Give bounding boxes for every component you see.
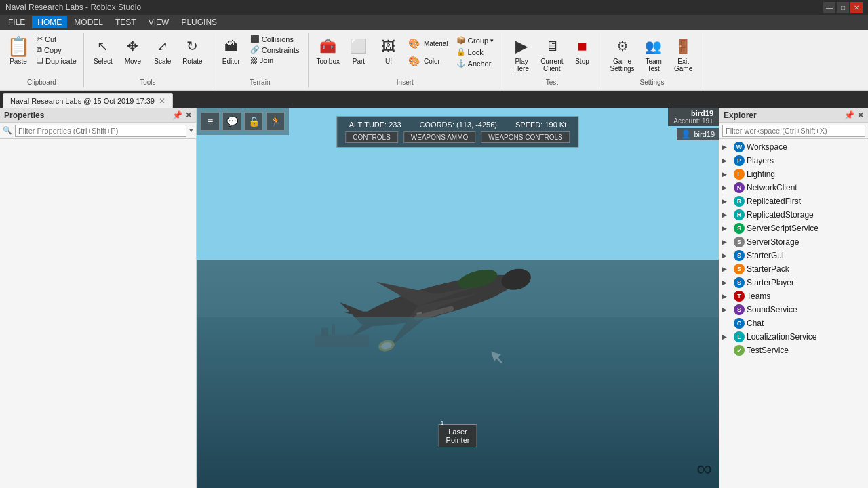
tree-localizationservice[interactable]: ▶ L LocalizationService bbox=[719, 330, 868, 344]
part-button[interactable]: ⬜ Part bbox=[345, 34, 372, 66]
tree-starterpack-arrow: ▶ bbox=[722, 266, 732, 272]
filter-dropdown-icon[interactable]: ▾ bbox=[189, 126, 193, 135]
filter-properties-input[interactable] bbox=[15, 125, 186, 137]
paste-button[interactable]: 📋 Paste bbox=[4, 34, 33, 77]
toolbox-icon: 🧰 bbox=[317, 35, 339, 57]
ribbon: 📋 Paste ✂ Cut ⧉ Copy ❏ Duplicate Clipboa… bbox=[0, 30, 868, 91]
menu-test[interactable]: TEST bbox=[110, 16, 142, 28]
explorer-title: Explorer bbox=[724, 110, 757, 120]
tree-startergui[interactable]: ▶ S StarterGui bbox=[719, 249, 868, 262]
player-avatar-row: 👤 bird19 bbox=[677, 128, 719, 140]
viewport[interactable]: bird19 Account: 19+ 👤 bird19 ≡ 💬 🔒 🏃 ALT… bbox=[197, 108, 719, 488]
tree-serverstorage[interactable]: ▶ S ServerStorage bbox=[719, 235, 868, 249]
color-button[interactable]: 🎨 Color bbox=[405, 53, 451, 69]
tree-starterpack[interactable]: ▶ S StarterPack bbox=[719, 262, 868, 276]
tab-main[interactable]: Naval Research Labs @ 15 Oct 2019 17:39 … bbox=[3, 93, 173, 108]
soundservice-label: SoundService bbox=[747, 305, 797, 314]
tab-close-button[interactable]: ✕ bbox=[159, 96, 165, 106]
editor-button[interactable]: 🏔 Editor bbox=[218, 34, 245, 66]
game-chat-button[interactable]: 💬 bbox=[222, 112, 241, 131]
scale-button[interactable]: ⤢ Scale bbox=[149, 34, 176, 66]
tab-label: Naval Research Labs @ 15 Oct 2019 17:39 bbox=[10, 97, 155, 105]
game-players-button[interactable]: 🔒 bbox=[244, 112, 263, 131]
tree-players[interactable]: ▶ P Players bbox=[719, 154, 868, 167]
tree-replicatedfirst[interactable]: ▶ R ReplicatedFirst bbox=[719, 195, 868, 208]
tree-soundservice[interactable]: ▶ S SoundService bbox=[719, 303, 868, 317]
insert-section-label: Insert bbox=[397, 79, 414, 86]
anchor-button[interactable]: ⚓ Anchor bbox=[454, 58, 497, 68]
hud-overlay: ALTITUDE: 233 COORDS: (113, -4256) SPEED… bbox=[336, 116, 578, 148]
toolbox-button[interactable]: 🧰 Toolbox bbox=[314, 34, 342, 66]
menu-model[interactable]: MODEL bbox=[68, 16, 108, 28]
tree-networkclient-arrow: ▶ bbox=[722, 184, 732, 191]
game-scene[interactable]: bird19 Account: 19+ 👤 bird19 ≡ 💬 🔒 🏃 ALT… bbox=[197, 108, 719, 488]
cut-button[interactable]: ✂ Cut bbox=[34, 34, 79, 44]
current-client-button[interactable]: 🖥 CurrentClient bbox=[538, 34, 566, 74]
starterpack-label: StarterPack bbox=[747, 264, 789, 274]
play-here-button[interactable]: ▶ PlayHere bbox=[508, 34, 535, 74]
titlebar: Naval Research Labs - Roblox Studio — □ … bbox=[0, 0, 868, 15]
teams-icon: T bbox=[734, 291, 745, 302]
copy-label: Copy bbox=[44, 46, 62, 54]
menu-plugins[interactable]: PLUGINS bbox=[176, 16, 222, 28]
menu-file[interactable]: FILE bbox=[3, 16, 31, 28]
exit-game-button[interactable]: 🚪 ExitGame bbox=[670, 34, 697, 74]
tree-networkclient[interactable]: ▶ N NetworkClient bbox=[719, 181, 868, 195]
team-test-button[interactable]: 👥 TeamTest bbox=[640, 34, 667, 74]
explorer-panel: Explorer 📌 ✕ ▶ W Workspace ▶ P Players bbox=[719, 108, 868, 488]
properties-header-icons: 📌 ✕ bbox=[172, 110, 192, 120]
game-settings-button[interactable]: ⚙ GameSettings bbox=[607, 34, 637, 74]
team-test-icon: 👥 bbox=[643, 35, 665, 57]
material-label: Material bbox=[424, 40, 448, 47]
infinity-logo: ∞ bbox=[696, 456, 712, 481]
game-toolbar: ≡ 💬 🔒 🏃 bbox=[197, 108, 289, 135]
collisions-button[interactable]: ⬛ Collisions bbox=[248, 34, 302, 44]
tree-serverscriptservice[interactable]: ▶ S ServerScriptService bbox=[719, 222, 868, 235]
game-menu-button[interactable]: ≡ bbox=[201, 112, 220, 131]
properties-pin-icon[interactable]: 📌 bbox=[172, 110, 182, 120]
explorer-filter-input[interactable] bbox=[722, 125, 865, 137]
stop-button[interactable]: ■ Stop bbox=[568, 34, 595, 66]
explorer-pin-icon[interactable]: 📌 bbox=[844, 110, 854, 120]
group-button[interactable]: 📦 Group ▾ bbox=[454, 35, 497, 45]
move-button[interactable]: ✥ Move bbox=[119, 34, 146, 66]
minimize-button[interactable]: — bbox=[823, 2, 835, 13]
duplicate-button[interactable]: ❏ Duplicate bbox=[34, 56, 79, 66]
tree-teams[interactable]: ▶ T Teams bbox=[719, 289, 868, 303]
menu-view[interactable]: VIEW bbox=[143, 16, 175, 28]
close-button[interactable]: ✕ bbox=[850, 2, 863, 13]
controls-button[interactable]: CONTROLS bbox=[345, 131, 398, 143]
test-section-label: Test bbox=[546, 79, 558, 86]
material-button[interactable]: 🎨 Material bbox=[405, 35, 451, 52]
tree-replicatedstorage[interactable]: ▶ R ReplicatedStorage bbox=[719, 208, 868, 222]
tree-chat[interactable]: ▶ C Chat bbox=[719, 317, 868, 330]
speed-stat: SPEED: 190 Kt bbox=[515, 121, 566, 129]
maximize-button[interactable]: □ bbox=[837, 2, 849, 13]
paste-icon: 📋 bbox=[7, 35, 31, 58]
player-account: Account: 19+ bbox=[673, 117, 713, 125]
explorer-close-icon[interactable]: ✕ bbox=[857, 110, 864, 120]
tabbar: Naval Research Labs @ 15 Oct 2019 17:39 … bbox=[0, 91, 868, 108]
ui-button[interactable]: 🖼 UI bbox=[375, 34, 402, 66]
tree-starterplayer[interactable]: ▶ S StarterPlayer bbox=[719, 276, 868, 289]
editor-icon: 🏔 bbox=[220, 35, 242, 57]
weapons-controls-button[interactable]: WEAPONS CONTROLS bbox=[481, 131, 570, 143]
game-character-button[interactable]: 🏃 bbox=[266, 112, 285, 131]
lock-button[interactable]: 🔒 Lock bbox=[454, 47, 497, 57]
weapons-ammo-button[interactable]: WEAPONS AMMO bbox=[403, 131, 475, 143]
tree-testservice[interactable]: ▶ ✓ TestService bbox=[719, 344, 868, 357]
select-button[interactable]: ↖ Select bbox=[90, 34, 117, 66]
constraints-button[interactable]: 🔗 Constraints bbox=[248, 45, 302, 55]
duplicate-icon: ❏ bbox=[37, 56, 43, 65]
copy-button[interactable]: ⧉ Copy bbox=[34, 45, 79, 55]
settings-section-label: Settings bbox=[639, 79, 664, 86]
properties-close-icon[interactable]: ✕ bbox=[185, 110, 192, 120]
join-button[interactable]: ⛓ Join bbox=[248, 56, 302, 65]
laser-pointer-label: LaserPointer bbox=[446, 428, 470, 444]
menu-home[interactable]: HOME bbox=[32, 16, 67, 28]
rotate-button[interactable]: ↻ Rotate bbox=[179, 34, 206, 66]
tree-lighting[interactable]: ▶ L Lighting bbox=[719, 167, 868, 181]
tree-workspace[interactable]: ▶ W Workspace bbox=[719, 140, 868, 154]
tree-localizationservice-arrow: ▶ bbox=[722, 333, 732, 340]
replicatedfirst-label: ReplicatedFirst bbox=[747, 197, 801, 206]
